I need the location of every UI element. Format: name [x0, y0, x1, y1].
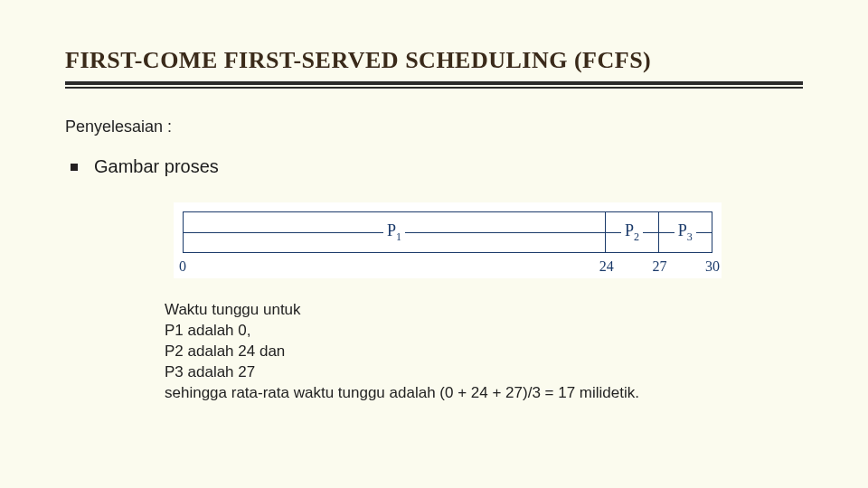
segment-label-base: P — [625, 221, 634, 239]
note-line: Waktu tunggu untuk — [165, 300, 738, 321]
notes-block: Waktu tunggu untuk P1 adalah 0, P2 adala… — [165, 300, 738, 404]
tick-label: 30 — [705, 258, 720, 275]
title-rule — [65, 81, 803, 89]
gantt-chart: P1P2P3 0242730 — [174, 202, 722, 278]
gantt-segment: P3 — [659, 212, 712, 252]
segment-label-sub: 3 — [687, 230, 693, 242]
bullet-label: Gambar proses — [94, 156, 219, 177]
note-line: P3 adalah 27 — [165, 362, 738, 383]
tick-label: 0 — [179, 258, 186, 275]
tick-label: 27 — [652, 258, 666, 275]
gantt-ticks: 0242730 — [183, 253, 712, 271]
tick-label: 24 — [599, 258, 614, 275]
title-rule-inner — [65, 87, 803, 89]
bullet-row: Gambar proses — [65, 156, 803, 177]
segment-label: P3 — [675, 221, 696, 244]
slide: FIRST-COME FIRST-SERVED SCHEDULING (FCFS… — [0, 0, 868, 488]
segment-label-sub: 2 — [634, 230, 639, 242]
segment-label-base: P — [387, 221, 396, 239]
gantt-segment: P2 — [606, 212, 658, 252]
gantt-segment: P1 — [184, 212, 606, 252]
page-title: FIRST-COME FIRST-SERVED SCHEDULING (FCFS… — [65, 47, 803, 74]
segment-label-base: P — [678, 221, 687, 239]
note-line: P1 adalah 0, — [165, 321, 738, 342]
note-line: P2 adalah 24 dan — [165, 342, 738, 362]
segment-label: P1 — [383, 221, 405, 244]
gantt-bar: P1P2P3 — [183, 211, 712, 253]
segment-label-sub: 1 — [396, 230, 401, 242]
note-line: sehingga rata-rata waktu tunggu adalah (… — [165, 383, 738, 404]
square-bullet-icon — [71, 164, 78, 171]
subtitle: Penyelesaian : — [65, 117, 803, 136]
segment-label: P2 — [621, 221, 643, 244]
